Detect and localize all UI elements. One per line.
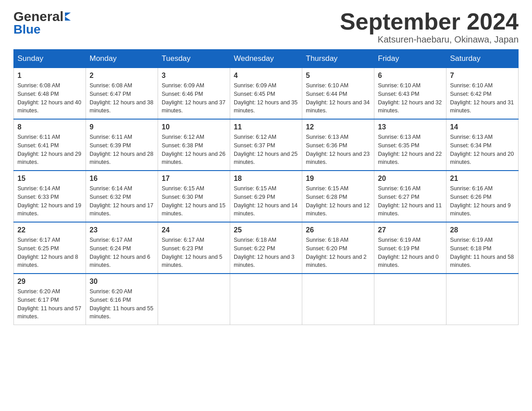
table-row: 5Sunrise: 6:10 AMSunset: 6:44 PMDaylight…	[302, 68, 374, 120]
logo-icon	[65, 13, 71, 21]
calendar-week-row: 29Sunrise: 6:20 AMSunset: 6:17 PMDayligh…	[14, 274, 519, 325]
table-row: 28Sunrise: 6:19 AMSunset: 6:18 PMDayligh…	[446, 222, 519, 274]
col-sunday: Sunday	[14, 50, 86, 68]
day-number: 10	[162, 123, 226, 131]
table-row: 19Sunrise: 6:15 AMSunset: 6:28 PMDayligh…	[302, 171, 374, 222]
day-number: 12	[306, 123, 370, 131]
title-area: September 2024 Katsuren-haebaru, Okinawa…	[340, 9, 519, 45]
day-number: 28	[450, 226, 515, 234]
day-info: Sunrise: 6:12 AMSunset: 6:37 PMDaylight:…	[234, 133, 298, 167]
table-row: 11Sunrise: 6:12 AMSunset: 6:37 PMDayligh…	[230, 119, 302, 171]
table-row: 7Sunrise: 6:10 AMSunset: 6:42 PMDaylight…	[446, 68, 519, 120]
day-number: 18	[234, 175, 298, 183]
day-info: Sunrise: 6:12 AMSunset: 6:38 PMDaylight:…	[162, 133, 226, 167]
day-info: Sunrise: 6:13 AMSunset: 6:36 PMDaylight:…	[306, 133, 370, 167]
table-row: 17Sunrise: 6:15 AMSunset: 6:30 PMDayligh…	[158, 171, 230, 222]
table-row: 16Sunrise: 6:14 AMSunset: 6:32 PMDayligh…	[86, 171, 158, 222]
col-thursday: Thursday	[302, 50, 374, 68]
col-wednesday: Wednesday	[230, 50, 302, 68]
day-number: 16	[90, 175, 154, 183]
table-row: 4Sunrise: 6:09 AMSunset: 6:45 PMDaylight…	[230, 68, 302, 120]
day-number: 30	[90, 278, 154, 286]
day-number: 1	[17, 72, 82, 80]
day-info: Sunrise: 6:13 AMSunset: 6:35 PMDaylight:…	[378, 133, 442, 167]
table-row: 12Sunrise: 6:13 AMSunset: 6:36 PMDayligh…	[302, 119, 374, 171]
calendar-header-row: Sunday Monday Tuesday Wednesday Thursday…	[14, 50, 519, 68]
day-number: 20	[378, 175, 442, 183]
table-row: 27Sunrise: 6:19 AMSunset: 6:19 PMDayligh…	[374, 222, 446, 274]
table-row: 20Sunrise: 6:16 AMSunset: 6:27 PMDayligh…	[374, 171, 446, 222]
day-number: 2	[90, 72, 154, 80]
table-row: 2Sunrise: 6:08 AMSunset: 6:47 PMDaylight…	[86, 68, 158, 120]
table-row: 6Sunrise: 6:10 AMSunset: 6:43 PMDaylight…	[374, 68, 446, 120]
table-row: 1Sunrise: 6:08 AMSunset: 6:48 PMDaylight…	[14, 68, 86, 120]
table-row: 29Sunrise: 6:20 AMSunset: 6:17 PMDayligh…	[14, 274, 86, 325]
day-number: 7	[450, 72, 515, 80]
day-number: 8	[17, 123, 82, 131]
day-number: 15	[17, 175, 82, 183]
col-tuesday: Tuesday	[158, 50, 230, 68]
day-info: Sunrise: 6:20 AMSunset: 6:17 PMDaylight:…	[17, 287, 82, 321]
day-number: 19	[306, 175, 370, 183]
day-info: Sunrise: 6:17 AMSunset: 6:24 PMDaylight:…	[90, 236, 154, 270]
day-number: 9	[90, 123, 154, 131]
table-row	[374, 274, 446, 325]
month-title: September 2024	[340, 9, 519, 34]
day-info: Sunrise: 6:13 AMSunset: 6:34 PMDaylight:…	[450, 133, 515, 167]
day-number: 14	[450, 123, 515, 131]
day-info: Sunrise: 6:14 AMSunset: 6:32 PMDaylight:…	[90, 184, 154, 218]
day-info: Sunrise: 6:17 AMSunset: 6:23 PMDaylight:…	[162, 236, 226, 270]
day-number: 5	[306, 72, 370, 80]
table-row	[158, 274, 230, 325]
day-number: 25	[234, 226, 298, 234]
day-info: Sunrise: 6:15 AMSunset: 6:30 PMDaylight:…	[162, 184, 226, 218]
day-number: 17	[162, 175, 226, 183]
day-info: Sunrise: 6:08 AMSunset: 6:48 PMDaylight:…	[17, 81, 82, 115]
day-info: Sunrise: 6:16 AMSunset: 6:27 PMDaylight:…	[378, 184, 442, 218]
logo: General Blue	[13, 9, 71, 37]
day-info: Sunrise: 6:16 AMSunset: 6:26 PMDaylight:…	[450, 184, 515, 218]
table-row: 18Sunrise: 6:15 AMSunset: 6:29 PMDayligh…	[230, 171, 302, 222]
col-saturday: Saturday	[446, 50, 519, 68]
day-number: 6	[378, 72, 442, 80]
day-info: Sunrise: 6:19 AMSunset: 6:18 PMDaylight:…	[450, 236, 515, 270]
table-row	[446, 274, 519, 325]
day-number: 11	[234, 123, 298, 131]
calendar-table: Sunday Monday Tuesday Wednesday Thursday…	[13, 49, 519, 325]
table-row: 26Sunrise: 6:18 AMSunset: 6:20 PMDayligh…	[302, 222, 374, 274]
day-number: 29	[17, 278, 82, 286]
day-number: 23	[90, 226, 154, 234]
logo-text-blue: Blue	[13, 22, 41, 37]
day-info: Sunrise: 6:10 AMSunset: 6:44 PMDaylight:…	[306, 81, 370, 115]
table-row: 3Sunrise: 6:09 AMSunset: 6:46 PMDaylight…	[158, 68, 230, 120]
day-info: Sunrise: 6:11 AMSunset: 6:39 PMDaylight:…	[90, 133, 154, 167]
day-info: Sunrise: 6:10 AMSunset: 6:42 PMDaylight:…	[450, 81, 515, 115]
page-header: General Blue September 2024 Katsuren-hae…	[13, 9, 519, 45]
table-row: 30Sunrise: 6:20 AMSunset: 6:16 PMDayligh…	[86, 274, 158, 325]
table-row: 15Sunrise: 6:14 AMSunset: 6:33 PMDayligh…	[14, 171, 86, 222]
table-row: 13Sunrise: 6:13 AMSunset: 6:35 PMDayligh…	[374, 119, 446, 171]
table-row: 8Sunrise: 6:11 AMSunset: 6:41 PMDaylight…	[14, 119, 86, 171]
table-row	[230, 274, 302, 325]
table-row: 23Sunrise: 6:17 AMSunset: 6:24 PMDayligh…	[86, 222, 158, 274]
location-text: Katsuren-haebaru, Okinawa, Japan	[340, 34, 519, 45]
day-info: Sunrise: 6:18 AMSunset: 6:20 PMDaylight:…	[306, 236, 370, 270]
calendar-week-row: 15Sunrise: 6:14 AMSunset: 6:33 PMDayligh…	[14, 171, 519, 222]
day-info: Sunrise: 6:18 AMSunset: 6:22 PMDaylight:…	[234, 236, 298, 270]
day-number: 13	[378, 123, 442, 131]
table-row: 9Sunrise: 6:11 AMSunset: 6:39 PMDaylight…	[86, 119, 158, 171]
calendar-week-row: 8Sunrise: 6:11 AMSunset: 6:41 PMDaylight…	[14, 119, 519, 171]
calendar-week-row: 22Sunrise: 6:17 AMSunset: 6:25 PMDayligh…	[14, 222, 519, 274]
day-info: Sunrise: 6:15 AMSunset: 6:29 PMDaylight:…	[234, 184, 298, 218]
day-info: Sunrise: 6:19 AMSunset: 6:19 PMDaylight:…	[378, 236, 442, 270]
table-row: 21Sunrise: 6:16 AMSunset: 6:26 PMDayligh…	[446, 171, 519, 222]
table-row: 14Sunrise: 6:13 AMSunset: 6:34 PMDayligh…	[446, 119, 519, 171]
day-number: 4	[234, 72, 298, 80]
day-info: Sunrise: 6:15 AMSunset: 6:28 PMDaylight:…	[306, 184, 370, 218]
day-info: Sunrise: 6:08 AMSunset: 6:47 PMDaylight:…	[90, 81, 154, 115]
table-row: 25Sunrise: 6:18 AMSunset: 6:22 PMDayligh…	[230, 222, 302, 274]
table-row: 10Sunrise: 6:12 AMSunset: 6:38 PMDayligh…	[158, 119, 230, 171]
day-info: Sunrise: 6:17 AMSunset: 6:25 PMDaylight:…	[17, 236, 82, 270]
logo-text-general: General	[13, 9, 64, 24]
day-info: Sunrise: 6:09 AMSunset: 6:45 PMDaylight:…	[234, 81, 298, 115]
